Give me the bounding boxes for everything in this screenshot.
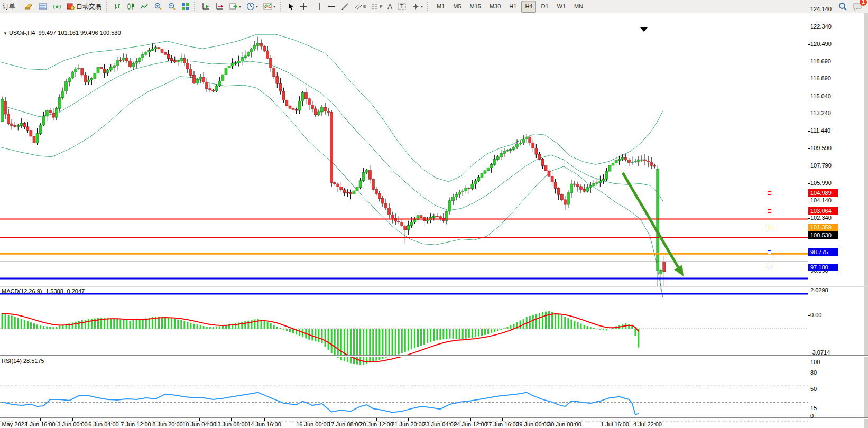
new-chart-button[interactable]: ▾ xyxy=(227,1,243,13)
date-tick-label[interactable]: 10 Jun 04:00 xyxy=(182,421,216,427)
depth-of-market-icon[interactable] xyxy=(36,1,50,13)
chart-area[interactable]: ▼USOil-,H4 99.497 101.161 99.496 100.530… xyxy=(0,13,868,428)
candlestick-chart-icon[interactable] xyxy=(125,1,137,13)
candle-body xyxy=(560,194,563,200)
chart-shift-marker-icon[interactable] xyxy=(640,27,648,32)
date-tick-label[interactable]: 17 Jun 08:00 xyxy=(328,421,362,427)
tile-windows-icon[interactable] xyxy=(179,1,192,13)
candle-body xyxy=(301,93,304,101)
price-line-label[interactable]: 100.530 xyxy=(808,231,838,239)
arrows-tool-icon[interactable]: ▾ xyxy=(410,1,425,13)
price-line-label[interactable]: 101.359 xyxy=(808,224,838,231)
trendline-tool-icon[interactable] xyxy=(339,1,351,13)
cursor-tool-icon[interactable] xyxy=(285,1,297,13)
line-drag-handle[interactable] xyxy=(768,266,771,269)
candle-body xyxy=(557,189,560,195)
line-drag-handle[interactable] xyxy=(768,250,771,254)
period-button[interactable]: ▾ xyxy=(244,1,260,13)
candle-body xyxy=(627,160,630,163)
timeframe-button-d1[interactable]: D1 xyxy=(537,1,552,13)
chart-shift-icon[interactable] xyxy=(214,1,226,13)
candle-body xyxy=(183,58,186,63)
macd-panel-chart[interactable] xyxy=(0,301,868,367)
auto-scroll-icon[interactable] xyxy=(200,1,213,13)
timeframe-button-m5[interactable]: M5 xyxy=(449,1,465,13)
text-tool-icon[interactable]: A xyxy=(385,1,394,13)
symbol-dropdown-icon[interactable]: ▼ xyxy=(3,31,7,36)
candle-body xyxy=(218,81,221,86)
date-tick-label[interactable]: 7 Jun 12:00 xyxy=(121,421,151,427)
date-tick-label[interactable]: 16 Jun 00:00 xyxy=(296,421,330,427)
date-tick-label[interactable]: 31 May 2022 xyxy=(0,421,27,427)
timeframe-button-mn[interactable]: MN xyxy=(570,1,587,13)
new-order-button[interactable]: 订单 xyxy=(1,1,17,13)
date-tick-mark xyxy=(470,418,471,421)
candle-body xyxy=(158,48,160,49)
candle-body xyxy=(353,191,355,194)
zoom-out-icon[interactable] xyxy=(165,1,178,13)
market-watch-icon[interactable] xyxy=(22,1,35,13)
panel-separator[interactable] xyxy=(0,355,868,357)
line-chart-icon[interactable] xyxy=(138,1,151,13)
text-label-tool-icon[interactable]: T xyxy=(395,1,409,13)
date-tick-label[interactable]: 29 Jun 00:00 xyxy=(516,421,550,427)
signals-icon[interactable] xyxy=(51,1,63,13)
candle-body xyxy=(33,136,35,143)
candle-body xyxy=(324,107,327,111)
line-drag-handle[interactable] xyxy=(768,191,771,195)
rsi-label: RSI(14) 28.5175 xyxy=(2,358,44,364)
rsi-panel-chart[interactable] xyxy=(0,370,868,428)
rsi-tick-label: 0 xyxy=(810,413,814,419)
timeframe-button-h4[interactable]: H4 xyxy=(521,1,536,13)
panel-separator[interactable] xyxy=(0,417,868,419)
date-tick-label[interactable]: 13 Jun 08:00 xyxy=(214,421,248,427)
vertical-line-tool-icon[interactable] xyxy=(315,1,324,13)
line-drag-handle[interactable] xyxy=(768,226,771,229)
date-tick-label[interactable]: 1 Jul 16:00 xyxy=(601,421,629,427)
dropdown-caret-icon: ▾ xyxy=(421,4,423,9)
main-price-chart[interactable] xyxy=(0,26,868,300)
price-line-label[interactable]: 97.180 xyxy=(808,264,838,271)
date-tick-label[interactable]: 14 Jun 16:00 xyxy=(247,421,281,427)
bar-chart-icon[interactable] xyxy=(112,1,124,13)
equidistant-channel-tool-icon[interactable]: E xyxy=(352,1,368,13)
timeframe-button-h1[interactable]: H1 xyxy=(505,1,520,13)
line-drag-handle[interactable] xyxy=(768,209,771,213)
date-tick-label[interactable]: 30 Jun 08:00 xyxy=(548,421,581,427)
date-tick-label[interactable]: 23 Jun 04:00 xyxy=(423,421,457,427)
price-line-label[interactable]: 98.775 xyxy=(808,248,838,256)
horizontal-line-tool-icon[interactable] xyxy=(325,1,338,13)
candle-body xyxy=(199,77,202,79)
date-tick-label[interactable]: 27 Jun 16:00 xyxy=(485,421,519,427)
date-tick-label[interactable]: 8 Jun 20:00 xyxy=(152,421,183,427)
candle-body xyxy=(544,166,547,171)
price-line-label[interactable]: 104.989 xyxy=(808,189,838,197)
date-tick-label[interactable]: 4 Jul 22:00 xyxy=(633,421,662,427)
date-tick-label[interactable]: 21 Jun 20:00 xyxy=(391,421,425,427)
price-line-label[interactable]: 103.064 xyxy=(808,207,838,215)
candle-body xyxy=(580,187,583,189)
timeframe-button-m30[interactable]: M30 xyxy=(486,1,504,13)
candle-body xyxy=(375,189,377,193)
date-tick-label[interactable]: 6 Jun 04:00 xyxy=(88,421,119,427)
crosshair-tool-icon[interactable] xyxy=(298,1,310,13)
date-tick-label[interactable]: 20 Jun 12:00 xyxy=(359,421,393,427)
fibonacci-tool-icon[interactable]: F xyxy=(369,1,384,13)
panel-separator[interactable] xyxy=(0,286,868,287)
auto-trading-button[interactable]: 自动交易 xyxy=(64,1,104,13)
date-tick-label[interactable]: 3 Jun 00:00 xyxy=(57,421,88,427)
rsi-tick-mark xyxy=(808,416,810,416)
timeframe-button-w1[interactable]: W1 xyxy=(553,1,570,13)
candle-body xyxy=(186,63,189,69)
candle-body xyxy=(39,125,42,133)
candle-body xyxy=(657,169,659,271)
date-tick-label[interactable]: 1 Jun 16:00 xyxy=(25,421,56,427)
candle-body xyxy=(589,186,592,188)
notifications-button[interactable]: 1 xyxy=(851,1,865,13)
zoom-in-icon[interactable] xyxy=(152,1,164,13)
date-tick-label[interactable]: 24 Jun 12:00 xyxy=(454,421,487,427)
timeframe-button-m15[interactable]: M15 xyxy=(466,1,485,13)
timeframe-button-m1[interactable]: M1 xyxy=(433,1,448,13)
indicators-button[interactable]: ▾ xyxy=(261,1,278,13)
search-icon[interactable] xyxy=(836,1,849,13)
